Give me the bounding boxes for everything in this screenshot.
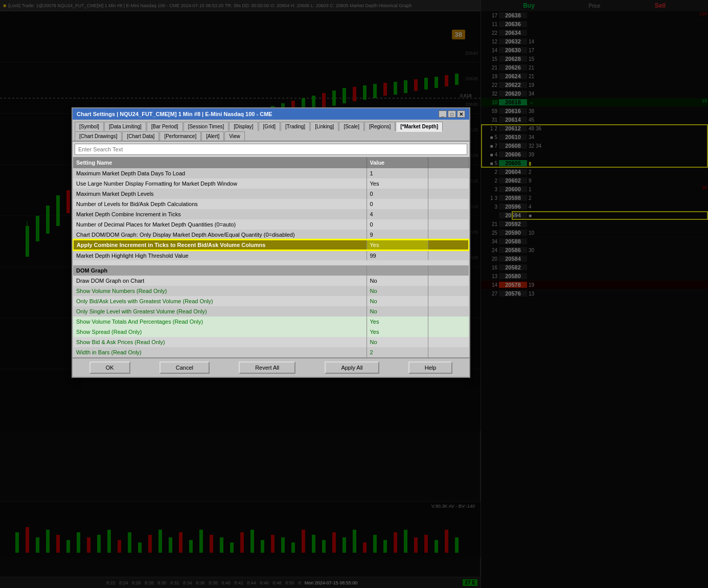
setting-name-10: Show Volume Numbers (Read Only) (73, 286, 367, 296)
setting-value-apply[interactable]: Yes (367, 240, 428, 250)
setting-name-15: Show Bid & Ask Prices (Read Only) (73, 337, 367, 347)
setting-value-8[interactable]: 99 (367, 250, 428, 260)
modal-footer: OK Cancel Revert All Apply All Help (73, 357, 469, 377)
modal-overlay: Chart Settings | NQU24_FUT_CME[M] 1 Min … (0, 0, 708, 588)
setting-row-4[interactable]: Number of Levels for Bid/Ask Depth Calcu… (73, 199, 469, 209)
modal-title: Chart Settings | NQU24_FUT_CME[M] 1 Min … (77, 111, 439, 117)
setting-value-12: No (367, 306, 428, 316)
setting-row-7[interactable]: Chart DOM/DOM Graph: Only Display Market… (73, 230, 469, 240)
close-button[interactable]: ✕ (457, 110, 465, 118)
setting-value-5[interactable]: 4 (367, 209, 428, 219)
setting-name-16: Width in Bars (Read Only) (73, 347, 367, 357)
search-bar (73, 142, 469, 157)
revert-all-button[interactable]: Revert All (239, 361, 295, 374)
cancel-button[interactable]: Cancel (159, 361, 210, 374)
minimize-button[interactable]: _ (439, 110, 447, 118)
setting-value-3[interactable]: 0 (367, 189, 428, 199)
setting-row-spacer (73, 260, 469, 265)
maximize-button[interactable]: □ (448, 110, 456, 118)
setting-name-7: Chart DOM/DOM Graph: Only Display Market… (73, 230, 367, 240)
settings-body: Setting Name Value Maximum Market Depth … (73, 157, 469, 357)
settings-tabs: [Symbol] [Data Limiting] [Bar Period] [S… (73, 120, 469, 142)
tab-chart-drawings[interactable]: [Chart Drawings] (75, 131, 122, 141)
setting-section-dom-graph: DOM Graph (73, 265, 469, 276)
tab-alert[interactable]: [Alert] (201, 131, 224, 141)
setting-name-12: Only Single Level with Greatest Volume (… (73, 306, 367, 316)
setting-row-14: Show Spread (Read Only) Yes (73, 327, 469, 337)
setting-name-6: Number of Decimal Places for Market Dept… (73, 219, 367, 230)
col-extra (428, 157, 469, 168)
tab-linking[interactable]: [Linking] (310, 122, 338, 131)
ok-button[interactable]: OK (89, 361, 130, 374)
tab-grid[interactable]: [Grid] (259, 122, 280, 131)
setting-name-apply: Apply Combine Increment in Ticks to Rece… (73, 240, 367, 250)
setting-value-6[interactable]: 0 (367, 219, 428, 230)
apply-all-button[interactable]: Apply All (325, 361, 379, 374)
setting-name-14: Show Spread (Read Only) (73, 327, 367, 337)
modal-window-controls[interactable]: _ □ ✕ (439, 110, 465, 118)
setting-name-11: Only Bid/Ask Levels with Greatest Volume… (73, 296, 367, 306)
tab-scale[interactable]: [Scale] (339, 122, 364, 131)
setting-value-9[interactable]: No (367, 276, 428, 286)
help-button[interactable]: Help (408, 361, 453, 374)
tab-view[interactable]: View (224, 131, 245, 141)
settings-table: Setting Name Value Maximum Market Depth … (73, 157, 469, 357)
tab-display[interactable]: [Display] (229, 122, 258, 131)
setting-value-4[interactable]: 0 (367, 199, 428, 209)
setting-value-11: No (367, 296, 428, 306)
setting-row-2[interactable]: Use Large Number Display Formatting for … (73, 178, 469, 189)
setting-value-2[interactable]: Yes (367, 178, 428, 189)
tab-chart-data[interactable]: [Chart Data] (122, 131, 159, 141)
setting-name-3: Maximum Market Depth Levels (73, 189, 367, 199)
settings-dialog: Chart Settings | NQU24_FUT_CME[M] 1 Min … (72, 107, 470, 378)
tab-session-times[interactable]: [Session Times] (184, 122, 229, 131)
setting-row-1[interactable]: Maximum Market Depth Data Days To Load 1 (73, 168, 469, 178)
col-setting-name: Setting Name (73, 157, 367, 168)
setting-value-14: Yes (367, 327, 428, 337)
tab-trading[interactable]: [Trading] (281, 122, 310, 131)
setting-row-15: Show Bid & Ask Prices (Read Only) No (73, 337, 469, 347)
setting-row-5[interactable]: Market Depth Combine Increment in Ticks … (73, 209, 469, 219)
modal-titlebar: Chart Settings | NQU24_FUT_CME[M] 1 Min … (73, 108, 469, 120)
tab-symbol[interactable]: [Symbol] (75, 122, 104, 131)
setting-row-apply-combine[interactable]: Apply Combine Increment in Ticks to Rece… (73, 240, 469, 250)
setting-value-10: No (367, 286, 428, 296)
search-input[interactable] (75, 144, 467, 155)
tab-data-limiting[interactable]: [Data Limiting] (104, 122, 146, 131)
section-name-dom: DOM Graph (73, 265, 367, 276)
setting-value-13: Yes (367, 316, 428, 327)
setting-row-9[interactable]: Draw DOM Graph on Chart No (73, 276, 469, 286)
setting-value-16: 2 (367, 347, 428, 357)
setting-row-3[interactable]: Maximum Market Depth Levels 0 (73, 189, 469, 199)
setting-value-7[interactable]: 9 (367, 230, 428, 240)
setting-name-9: Draw DOM Graph on Chart (73, 276, 367, 286)
setting-name-1: Maximum Market Depth Data Days To Load (73, 168, 367, 178)
setting-value-1[interactable]: 1 (367, 168, 428, 178)
setting-row-13: Show Volume Totals And Percentages (Read… (73, 316, 469, 327)
setting-name-8: Market Depth Highlight High Threshold Va… (73, 250, 367, 260)
setting-row-10: Show Volume Numbers (Read Only) No (73, 286, 469, 296)
setting-row-6[interactable]: Number of Decimal Places for Market Dept… (73, 219, 469, 230)
tab-bar-period[interactable]: [Bar Period] (147, 122, 183, 131)
tab-market-depth[interactable]: [*Market Depth] (396, 122, 443, 132)
setting-value-15: No (367, 337, 428, 347)
col-value: Value (367, 157, 428, 168)
setting-row-16: Width in Bars (Read Only) 2 (73, 347, 469, 357)
tab-performance[interactable]: [Performance] (159, 131, 201, 141)
setting-name-13: Show Volume Totals And Percentages (Read… (73, 316, 367, 327)
settings-table-header: Setting Name Value (73, 157, 469, 168)
setting-row-11: Only Bid/Ask Levels with Greatest Volume… (73, 296, 469, 306)
setting-name-4: Number of Levels for Bid/Ask Depth Calcu… (73, 199, 367, 209)
setting-row-12: Only Single Level with Greatest Volume (… (73, 306, 469, 316)
tab-regions[interactable]: [Regions] (364, 122, 395, 131)
setting-name-2: Use Large Number Display Formatting for … (73, 178, 367, 189)
setting-row-8[interactable]: Market Depth Highlight High Threshold Va… (73, 250, 469, 260)
setting-name-5: Market Depth Combine Increment in Ticks (73, 209, 367, 219)
